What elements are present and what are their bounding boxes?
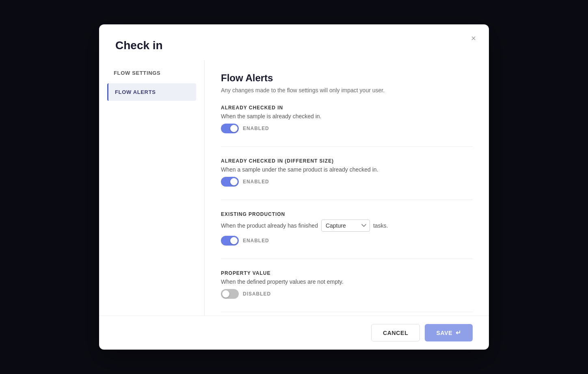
- toggle-already-checked-in[interactable]: [221, 124, 239, 133]
- modal-body: FLOW SETTINGS FLOW ALERTS Flow Alerts An…: [99, 60, 489, 315]
- sidebar: FLOW SETTINGS FLOW ALERTS: [99, 60, 205, 315]
- toggle-label-different-size: ENABLED: [243, 179, 269, 185]
- toggle-label-property-value: DISABLED: [243, 291, 271, 297]
- toggle-label-existing-production: ENABLED: [243, 238, 269, 244]
- dropdown-existing-production[interactable]: Capture Produce Review: [321, 220, 370, 232]
- sidebar-item-flow-settings[interactable]: FLOW SETTINGS: [107, 64, 196, 82]
- modal-dialog: Check in × FLOW SETTINGS FLOW ALERTS Flo…: [99, 24, 489, 350]
- cancel-button[interactable]: CANCEL: [371, 324, 420, 341]
- toggle-label-already-checked-in: ENABLED: [243, 126, 269, 131]
- alert-section-different-size: ALREADY CHECKED IN (DIFFERENT SIZE) When…: [221, 158, 473, 187]
- desc-suffix-existing-production: tasks.: [373, 222, 388, 229]
- toggle-property-value[interactable]: [221, 289, 239, 299]
- divider-1: [221, 146, 473, 147]
- close-button[interactable]: ×: [468, 33, 479, 44]
- save-button[interactable]: SAVE ↵: [425, 324, 473, 341]
- divider-4: [221, 312, 473, 312]
- alert-section-property-value: PROPERTY VALUE When the defined property…: [221, 270, 473, 299]
- toggle-thumb: [230, 237, 238, 244]
- toggle-thumb: [230, 178, 238, 185]
- alert-title-property-value: PROPERTY VALUE: [221, 270, 473, 276]
- toggle-thumb: [222, 290, 229, 298]
- save-label: SAVE: [436, 330, 452, 336]
- alert-desc-property-value: When the defined property values are not…: [221, 278, 473, 285]
- alert-title-different-size: ALREADY CHECKED IN (DIFFERENT SIZE): [221, 158, 473, 164]
- save-icon: ↵: [456, 329, 461, 337]
- toggle-different-size[interactable]: [221, 177, 239, 187]
- alert-desc-different-size: When a sample under the same product is …: [221, 166, 473, 173]
- modal-header: Check in ×: [99, 24, 489, 60]
- alert-section-already-checked-in: ALREADY CHECKED IN When the sample is al…: [221, 105, 473, 133]
- alert-title-already-checked-in: ALREADY CHECKED IN: [221, 105, 473, 111]
- divider-3: [221, 259, 473, 259]
- alert-section-existing-production: EXISTING PRODUCTION When the product alr…: [221, 211, 473, 246]
- alert-title-existing-production: EXISTING PRODUCTION: [221, 211, 473, 217]
- desc-prefix-existing-production: When the product already has finished: [221, 222, 318, 229]
- divider-2: [221, 200, 473, 200]
- toggle-row-already-checked-in: ENABLED: [221, 124, 473, 133]
- toggle-row-property-value: DISABLED: [221, 289, 473, 299]
- toggle-row-different-size: ENABLED: [221, 177, 473, 187]
- modal-title: Check in: [115, 39, 473, 52]
- section-title: Flow Alerts: [221, 72, 473, 84]
- toggle-thumb: [230, 125, 238, 132]
- toggle-row-existing-production: ENABLED: [221, 236, 473, 246]
- alert-desc-already-checked-in: When the sample is already checked in.: [221, 113, 473, 120]
- toggle-existing-production[interactable]: [221, 236, 239, 246]
- section-subtitle: Any changes made to the flow settings wi…: [221, 87, 473, 94]
- sidebar-item-flow-alerts[interactable]: FLOW ALERTS: [107, 83, 196, 101]
- modal-overlay: Check in × FLOW SETTINGS FLOW ALERTS Flo…: [0, 0, 588, 374]
- inline-row-existing-production: When the product already has finished Ca…: [221, 220, 473, 232]
- main-content: Flow Alerts Any changes made to the flow…: [205, 60, 489, 315]
- modal-footer: CANCEL SAVE ↵: [99, 315, 489, 350]
